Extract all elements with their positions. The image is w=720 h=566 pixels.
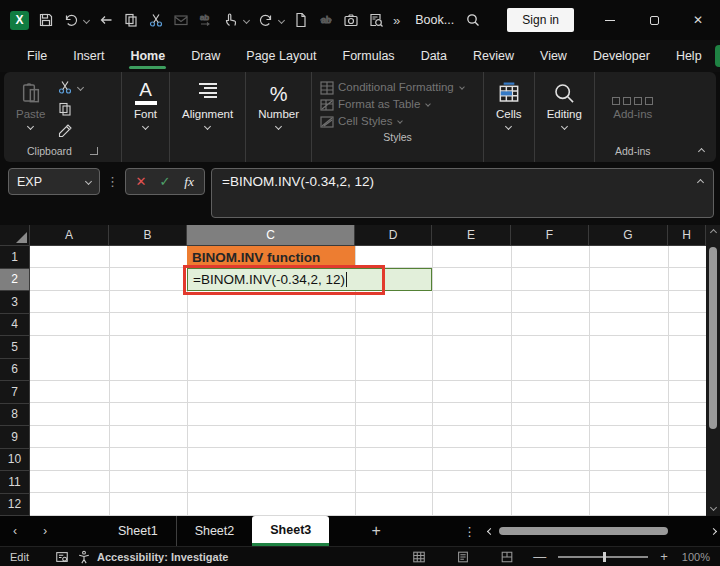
- scroll-down-icon[interactable]: [709, 504, 716, 511]
- cut-icon[interactable]: [148, 12, 164, 28]
- document-name[interactable]: Book...: [415, 13, 454, 27]
- row-header-4[interactable]: 4: [0, 314, 30, 337]
- zoom-out-icon[interactable]: —: [533, 549, 546, 564]
- row-header-7[interactable]: 7: [0, 381, 30, 404]
- clipboard-more-icon[interactable]: [77, 83, 84, 90]
- camera-icon[interactable]: [343, 12, 359, 28]
- sheet-nav-next-icon[interactable]: ›: [30, 516, 60, 546]
- row-header-3[interactable]: 3: [0, 291, 30, 314]
- redo-dropdown-icon[interactable]: [278, 16, 285, 23]
- sheet-nav-prev-icon[interactable]: ‹: [0, 516, 30, 546]
- minimize-button[interactable]: [588, 0, 632, 40]
- accessibility-status[interactable]: Accessibility: Investigate: [97, 551, 228, 563]
- column-header-c[interactable]: C: [187, 225, 355, 246]
- format-painter-icon[interactable]: [57, 123, 73, 139]
- confirm-entry-icon[interactable]: ✓: [154, 174, 176, 189]
- more-commands-icon[interactable]: »: [393, 13, 400, 28]
- close-button[interactable]: ✕: [676, 0, 720, 40]
- redo-icon[interactable]: [258, 12, 274, 28]
- insert-function-icon[interactable]: fx: [178, 174, 200, 190]
- search-icon[interactable]: [465, 12, 481, 28]
- collapse-ribbon-icon[interactable]: [698, 148, 705, 155]
- row-header-2[interactable]: 2: [0, 269, 30, 292]
- tab-developer[interactable]: Developer: [580, 42, 663, 71]
- tab-home[interactable]: Home: [117, 42, 178, 71]
- cancel-entry-icon[interactable]: ✕: [130, 174, 152, 189]
- copy-small-icon[interactable]: [57, 101, 73, 117]
- tab-review[interactable]: Review: [460, 42, 527, 71]
- zoom-slider-thumb[interactable]: [603, 552, 606, 562]
- sheet-options-icon[interactable]: ⋮: [463, 516, 476, 546]
- number-button[interactable]: % Number: [253, 77, 304, 131]
- tab-formulas[interactable]: Formulas: [330, 42, 408, 71]
- vertical-scrollbar[interactable]: [706, 225, 720, 516]
- row-header-5[interactable]: 5: [0, 336, 30, 359]
- tab-draw[interactable]: Draw: [178, 42, 233, 71]
- cells-area[interactable]: BINOM.INV function =BINOM.INV(-0.34,2, 1…: [30, 246, 706, 516]
- font-button[interactable]: A Font: [129, 77, 162, 131]
- row-header-11[interactable]: 11: [0, 471, 30, 494]
- zoom-in-icon[interactable]: +: [660, 549, 668, 564]
- row-header-9[interactable]: 9: [0, 426, 30, 449]
- macro-record-icon[interactable]: [55, 550, 69, 564]
- row-header-1[interactable]: 1: [0, 246, 30, 269]
- zoom-level[interactable]: 100%: [682, 551, 710, 563]
- editing-button[interactable]: Editing: [542, 77, 587, 131]
- cells-button[interactable]: Cells: [491, 77, 527, 131]
- collapse-formula-bar-icon[interactable]: [697, 179, 704, 186]
- print-preview-icon[interactable]: [368, 12, 384, 28]
- cells-group: Cells: [484, 72, 535, 162]
- undo-dropdown-icon[interactable]: [83, 16, 90, 23]
- select-all-corner[interactable]: [0, 225, 30, 246]
- name-box-dropdown-icon[interactable]: [85, 178, 92, 185]
- normal-view-icon[interactable]: [412, 550, 426, 564]
- horizontal-scrollbar-thumb[interactable]: [499, 527, 668, 535]
- sheet-tab-sheet3[interactable]: Sheet3: [252, 516, 329, 546]
- name-box[interactable]: EXP: [8, 168, 100, 195]
- row-header-8[interactable]: 8: [0, 404, 30, 427]
- alignment-button[interactable]: Alignment: [177, 77, 238, 131]
- column-header-b[interactable]: B: [109, 225, 187, 246]
- page-break-view-icon[interactable]: [500, 550, 514, 564]
- column-header-a[interactable]: A: [30, 225, 109, 246]
- cut-small-icon[interactable]: [57, 79, 73, 95]
- column-header-d[interactable]: D: [355, 225, 432, 246]
- maximize-button[interactable]: [632, 0, 676, 40]
- new-document-icon[interactable]: [293, 12, 309, 28]
- tab-help[interactable]: Help: [663, 42, 715, 71]
- formula-input[interactable]: =BINOM.INV(-0.34,2, 12): [211, 168, 714, 218]
- horizontal-scrollbar[interactable]: [488, 516, 716, 546]
- scroll-up-icon[interactable]: [709, 229, 716, 236]
- alignment-label: Alignment: [182, 108, 233, 120]
- vertical-scrollbar-thumb[interactable]: [709, 247, 717, 429]
- column-header-g[interactable]: G: [589, 225, 668, 246]
- back-arrow-icon[interactable]: [98, 12, 114, 28]
- row-header-6[interactable]: 6: [0, 359, 30, 382]
- column-header-f[interactable]: F: [511, 225, 589, 246]
- touch-mode-dropdown-icon[interactable]: [243, 16, 250, 23]
- scroll-right-icon[interactable]: [710, 527, 717, 534]
- scroll-left-icon[interactable]: [487, 527, 494, 534]
- tab-file[interactable]: File: [14, 42, 60, 71]
- zoom-slider[interactable]: [558, 556, 648, 558]
- tab-data[interactable]: Data: [408, 42, 460, 71]
- tab-page-layout[interactable]: Page Layout: [233, 42, 329, 71]
- share-button[interactable]: Share: [715, 45, 720, 67]
- copy-icon[interactable]: [123, 12, 139, 28]
- page-layout-view-icon[interactable]: [456, 550, 470, 564]
- touch-mode-icon[interactable]: [223, 12, 239, 28]
- new-sheet-button[interactable]: +: [353, 516, 399, 546]
- clipboard-dialog-launcher-icon[interactable]: [90, 147, 98, 155]
- column-header-h[interactable]: H: [668, 225, 706, 246]
- row-header-12[interactable]: 12: [0, 494, 30, 517]
- tab-view[interactable]: View: [527, 42, 580, 71]
- undo-icon[interactable]: [63, 12, 79, 28]
- excel-window: X ab ab » Book... Sign in ✕ Fil: [0, 0, 720, 566]
- sheet-tab-sheet1[interactable]: Sheet1: [100, 516, 176, 546]
- save-icon[interactable]: [38, 12, 54, 28]
- sign-in-button[interactable]: Sign in: [507, 8, 574, 32]
- sheet-tab-sheet2[interactable]: Sheet2: [176, 516, 253, 546]
- row-header-10[interactable]: 10: [0, 449, 30, 472]
- column-header-e[interactable]: E: [432, 225, 511, 246]
- tab-insert[interactable]: Insert: [60, 42, 117, 71]
